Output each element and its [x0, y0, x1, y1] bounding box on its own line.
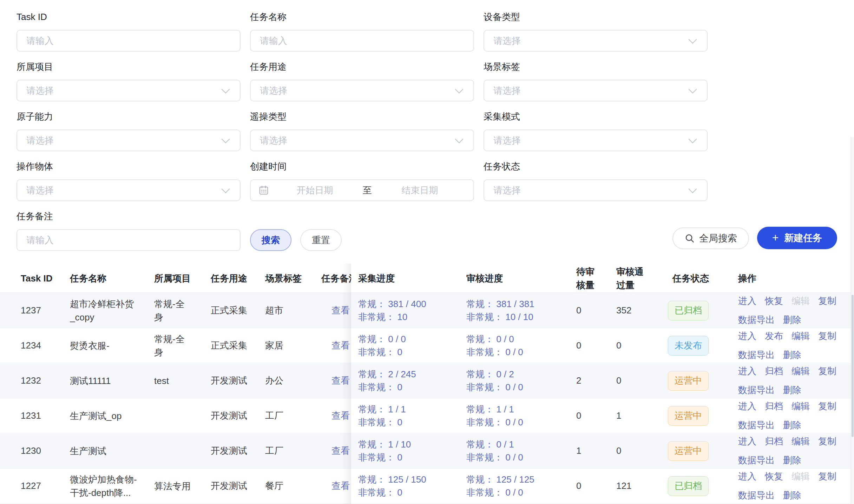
filter-field-label: 任务名称	[250, 12, 474, 22]
select-input[interactable]: 请选择	[250, 130, 474, 151]
column-header: 审核进度	[466, 264, 573, 293]
action-link[interactable]: 编辑	[791, 365, 810, 378]
table-row: 1230 生产测试 开发测试 工厂 查看 常规： 1 / 10非常规： 0 常规…	[0, 433, 854, 469]
global-search-button[interactable]: 全局搜索	[672, 227, 749, 249]
action-link[interactable]: 进入	[738, 435, 756, 448]
input-placeholder: 请输入	[26, 234, 54, 246]
filter-field: 所属项目 请选择	[17, 61, 241, 101]
action-link[interactable]: 恢复	[765, 294, 783, 307]
text-input[interactable]: 请输入	[250, 30, 474, 52]
view-remark-link[interactable]: 查看	[321, 480, 350, 492]
action-link[interactable]: 复制	[818, 400, 836, 413]
view-remark-link[interactable]: 查看	[321, 374, 350, 387]
select-input[interactable]: 请选择	[17, 179, 241, 201]
action-link[interactable]: 数据导出	[738, 313, 775, 326]
text-input[interactable]: 请输入	[17, 30, 241, 52]
filter-field: 任务用途 请选择	[250, 61, 474, 101]
start-date-placeholder: 开始日期	[269, 184, 361, 197]
cell-project: 常规-全 身	[154, 328, 211, 363]
column-header: 操作	[731, 264, 854, 293]
action-link[interactable]: 进入	[738, 470, 756, 483]
action-link[interactable]: 删除	[783, 454, 801, 467]
action-link[interactable]: 复制	[818, 470, 836, 483]
action-link[interactable]: 删除	[783, 419, 801, 432]
action-link[interactable]: 删除	[783, 349, 801, 362]
cell-status: 已归档	[665, 293, 731, 328]
task-table: Task ID任务名称所属项目任务用途场景标签任务备注采集进度审核进度待审 核量…	[0, 264, 854, 504]
action-link[interactable]: 删除	[783, 384, 801, 397]
action-link[interactable]: 复制	[818, 435, 836, 448]
select-placeholder: 请选择	[493, 35, 521, 47]
reset-button[interactable]: 重置	[300, 229, 342, 251]
cell-pending-count: 0	[573, 328, 613, 363]
select-input[interactable]: 请选择	[484, 30, 708, 52]
action-link[interactable]: 编辑	[791, 435, 810, 448]
action-link[interactable]: 复制	[818, 330, 836, 343]
action-link[interactable]: 数据导出	[738, 454, 775, 467]
cell-status: 运营中	[665, 433, 731, 468]
column-header: 待审 核量	[573, 264, 613, 293]
select-input[interactable]: 请选择	[484, 130, 708, 151]
view-remark-link[interactable]: 查看	[321, 304, 350, 317]
select-input[interactable]: 请选择	[250, 80, 474, 101]
view-remark-link[interactable]: 查看	[321, 339, 350, 352]
action-link[interactable]: 进入	[738, 365, 756, 378]
action-link[interactable]: 进入	[738, 294, 756, 307]
filter-field-label: 操作物体	[17, 161, 241, 172]
cell-purpose: 正式采集	[211, 293, 265, 328]
action-link[interactable]: 复制	[818, 294, 836, 307]
calendar-icon	[258, 185, 269, 195]
create-task-button[interactable]: + 新建任务	[757, 227, 837, 249]
filter-field: 任务备注 请输入	[17, 211, 241, 251]
action-link[interactable]: 进入	[738, 400, 756, 413]
create-task-label: 新建任务	[784, 232, 822, 244]
view-remark-link[interactable]: 查看	[321, 410, 350, 422]
action-link[interactable]: 归档	[765, 365, 783, 378]
chevron-down-icon	[221, 85, 230, 93]
select-input[interactable]: 请选择	[484, 80, 708, 101]
select-input[interactable]: 请选择	[17, 80, 241, 101]
cell-task-id: 1237	[21, 293, 70, 328]
action-link[interactable]: 删除	[783, 313, 801, 326]
select-input[interactable]: 请选择	[17, 130, 241, 151]
select-input[interactable]: 请选择	[484, 179, 708, 201]
scrollbar-thumb[interactable]	[852, 295, 854, 437]
cell-approved-count: 121	[613, 469, 665, 503]
view-remark-link[interactable]: 查看	[321, 445, 350, 457]
cell-review-progress: 常规： 381 / 381非常规： 10 / 10	[466, 293, 573, 328]
cell-task-name: 生产测试_op	[70, 398, 154, 433]
scrollbar-track[interactable]	[851, 137, 854, 504]
filter-field: Task ID 请输入	[17, 12, 241, 52]
cell-status: 运营中	[665, 363, 731, 398]
text-input[interactable]: 请输入	[17, 229, 241, 251]
chevron-down-icon	[455, 85, 463, 93]
action-link[interactable]: 进入	[738, 330, 756, 343]
action-link[interactable]: 编辑	[791, 330, 810, 343]
cell-scene: 家居	[265, 328, 321, 363]
select-placeholder: 请选择	[493, 134, 521, 147]
search-button[interactable]: 搜索	[250, 229, 291, 251]
date-separator: 至	[363, 184, 372, 197]
date-range-input[interactable]: 开始日期 至 结束日期	[250, 179, 474, 201]
action-link[interactable]: 复制	[818, 365, 836, 378]
cell-project	[154, 398, 211, 433]
action-link[interactable]: 发布	[765, 330, 783, 343]
cell-review-progress: 常规： 0 / 2非常规： 0 / 0	[466, 363, 573, 398]
input-placeholder: 请输入	[260, 35, 287, 47]
action-link[interactable]: 数据导出	[738, 384, 775, 397]
cell-approved-count: 0	[613, 328, 665, 363]
action-link[interactable]: 恢复	[765, 470, 783, 483]
action-link[interactable]: 归档	[765, 400, 783, 413]
filter-field-label: 任务用途	[250, 61, 474, 72]
action-link[interactable]: 编辑	[791, 400, 810, 413]
action-link[interactable]: 归档	[765, 435, 783, 448]
filter-field: 场景标签 请选择	[484, 61, 708, 101]
input-placeholder: 请输入	[26, 35, 54, 47]
action-link[interactable]: 数据导出	[738, 489, 775, 502]
action-link[interactable]: 数据导出	[738, 349, 775, 362]
cell-collect-progress: 常规： 2 / 245非常规： 0	[351, 363, 466, 398]
end-date-placeholder: 结束日期	[374, 184, 466, 197]
action-link[interactable]: 数据导出	[738, 419, 775, 432]
column-header: 任务备注	[321, 264, 351, 293]
action-link[interactable]: 删除	[783, 489, 801, 502]
